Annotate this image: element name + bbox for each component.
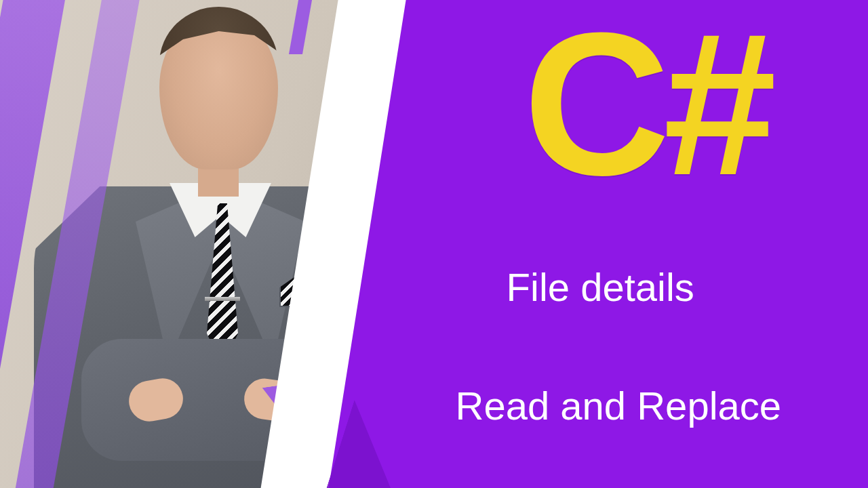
topic-line-1: File details: [507, 264, 694, 310]
language-title: C#: [524, 0, 770, 221]
title-panel: C# File details Read and Replace: [322, 0, 868, 488]
topic-line-2: Read and Replace: [456, 383, 781, 428]
